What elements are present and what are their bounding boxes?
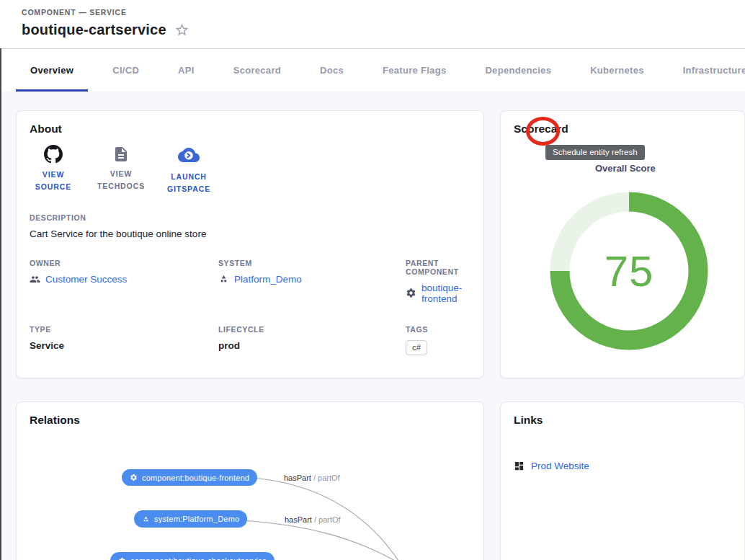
view-techdocs-label: VIEW TECHDOCS: [93, 168, 149, 192]
tab-dependencies[interactable]: Dependencies: [470, 49, 566, 92]
parent-component-link[interactable]: boutique-frontend: [406, 283, 470, 304]
lifecycle-field: LIFECYCLE prod: [218, 325, 406, 355]
system-value: Platform_Demo: [234, 274, 302, 285]
breadcrumb: COMPONENT — SERVICE: [22, 8, 745, 17]
view-source-button[interactable]: VIEW SOURCE: [25, 145, 81, 195]
parent-component-value: boutique-frontend: [421, 283, 470, 304]
system-icon: [142, 515, 150, 523]
component-gear-icon: [406, 288, 416, 298]
group-icon: [30, 274, 40, 285]
description-value: Cart Service for the boutique online sto…: [30, 228, 470, 239]
tab-scorecard[interactable]: Scorecard: [219, 49, 295, 92]
tab-kubernetes[interactable]: Kubernetes: [576, 49, 659, 92]
relation-node-label: system:Platform_Demo: [154, 515, 239, 523]
owner-link[interactable]: Customer Success: [30, 274, 218, 285]
type-value: Service: [30, 340, 218, 351]
launch-gitspace-button[interactable]: LAUNCH GITSPACE: [161, 145, 217, 195]
system-label: SYSTEM: [218, 259, 406, 267]
links-card-title: Links: [501, 402, 744, 427]
window-left-edge: [0, 48, 1, 560]
relation-node-boutique-checkoutservice[interactable]: component:boutique-checkoutservice: [110, 552, 275, 560]
tab-overview[interactable]: Overview: [16, 49, 88, 92]
entity-tabs: Overview CI/CD API Scorecard Docs Featur…: [0, 49, 745, 92]
refresh-tooltip: Schedule entity refresh: [545, 145, 645, 160]
component-gear-icon: [130, 474, 138, 481]
about-card: About Schedule entity refresh VIEW SOU: [16, 110, 484, 378]
component-gear-icon: [118, 557, 126, 560]
lifecycle-value: prod: [218, 340, 406, 351]
launch-gitspace-label: LAUNCH GITSPACE: [161, 171, 217, 195]
type-field: TYPE Service: [30, 325, 218, 355]
prod-website-link[interactable]: Prod Website: [514, 461, 744, 471]
type-label: TYPE: [30, 325, 218, 334]
parent-component-field: PARENT COMPONENT boutique-frontend: [406, 259, 470, 304]
entity-header: COMPONENT — SERVICE boutique-cartservice: [0, 0, 745, 49]
owner-label: OWNER: [30, 259, 218, 267]
system-icon: [218, 274, 229, 285]
view-techdocs-button[interactable]: VIEW TECHDOCS: [93, 145, 149, 195]
about-actions: VIEW SOURCE VIEW TECHDOCS LAUNCH GITSPAC…: [25, 145, 483, 195]
lifecycle-label: LIFECYCLE: [218, 325, 406, 334]
relation-node-label: component:boutique-frontend: [142, 474, 249, 482]
tab-docs[interactable]: Docs: [305, 49, 358, 92]
dashboard-icon: [514, 461, 525, 471]
github-icon: [44, 145, 63, 164]
favorite-star-icon[interactable]: [174, 22, 189, 37]
tag-chip[interactable]: c#: [406, 340, 427, 355]
relation-node-platform-demo[interactable]: system:Platform_Demo: [134, 510, 247, 528]
description-label: DESCRIPTION: [30, 213, 470, 222]
relations-card: Relations component:boutique-frontend sy…: [16, 401, 484, 560]
parent-component-label: PARENT COMPONENT: [406, 259, 470, 276]
links-card: Links Prod Website: [500, 401, 745, 560]
relation-node-boutique-frontend[interactable]: component:boutique-frontend: [122, 469, 257, 486]
system-field: SYSTEM Platform_Demo: [218, 259, 406, 304]
tab-infrastructure[interactable]: Infrastructure: [669, 49, 745, 92]
gitspace-cloud-icon: [178, 144, 200, 166]
edge-label-haspart-1: hasPart / partOf: [284, 474, 340, 482]
prod-website-label: Prod Website: [531, 461, 589, 471]
owner-field: OWNER Customer Success: [30, 259, 218, 304]
tab-feature-flags[interactable]: Feature Flags: [368, 49, 460, 92]
relation-node-label: component:boutique-checkoutservice: [130, 556, 267, 560]
tab-cicd[interactable]: CI/CD: [98, 49, 153, 92]
about-fields: OWNER Customer Success SYSTEM Pla: [30, 259, 470, 355]
page-title: boutique-cartservice: [22, 22, 166, 38]
owner-value: Customer Success: [45, 274, 127, 285]
about-card-title: About: [17, 111, 483, 135]
system-link[interactable]: Platform_Demo: [218, 274, 406, 285]
tags-field: TAGS c#: [406, 325, 470, 355]
techdocs-document-icon: [112, 146, 130, 163]
scorecard-card-title: Scorecard: [501, 111, 744, 135]
overall-score-label: Overall Score: [595, 163, 656, 174]
edge-label-haspart-2: hasPart / partOf: [285, 515, 341, 524]
view-source-label: VIEW SOURCE: [25, 169, 81, 193]
tab-api[interactable]: API: [164, 49, 209, 92]
overall-score-value: 75: [605, 246, 654, 296]
tags-label: TAGS: [406, 325, 470, 334]
overview-content: About Schedule entity refresh VIEW SOU: [0, 92, 745, 560]
